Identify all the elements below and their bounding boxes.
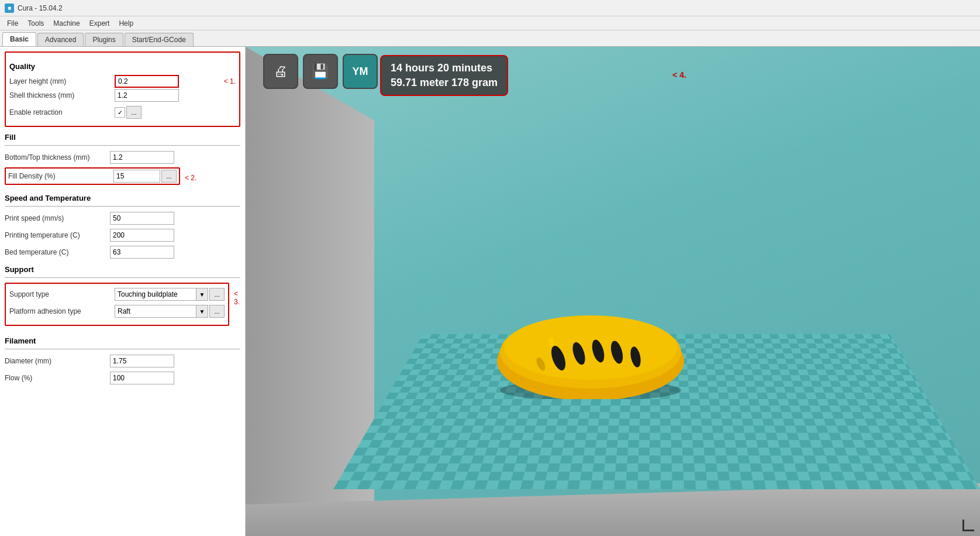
bread-svg	[488, 305, 693, 399]
platform-adhesion-dots-btn[interactable]: ...	[209, 305, 225, 318]
tab-startend[interactable]: Start/End-GCode	[125, 33, 194, 46]
speed-section: Speed and Temperature Print speed (mm/s)…	[5, 194, 240, 259]
quality-section-box: Quality Layer height (mm) < 1. Shell thi…	[5, 51, 240, 127]
shell-thickness-row: Shell thickness (mm)	[9, 88, 236, 102]
fill-density-input[interactable]	[113, 170, 160, 183]
platform-adhesion-arrow-icon: ▼	[196, 305, 208, 318]
bottom-top-row: Bottom/Top thickness (mm)	[5, 150, 240, 164]
bread-highlight	[504, 315, 677, 380]
tab-advanced[interactable]: Advanced	[37, 33, 84, 46]
right-panel: 🖨 💾 YM 14 hours 20 minutes 59.71 meter 1…	[246, 47, 980, 536]
platform-adhesion-row: Platform adhesion type Raft Brim None ▼ …	[9, 304, 225, 318]
support-type-select[interactable]: Touching buildplate Everywhere None	[115, 288, 196, 301]
support-type-label: Support type	[9, 290, 115, 298]
ym-btn[interactable]: YM	[343, 54, 378, 89]
platform-adhesion-select[interactable]: Raft Brim None	[115, 305, 196, 318]
menu-file[interactable]: File	[2, 18, 23, 29]
printing-temp-label: Printing temperature (C)	[5, 231, 110, 239]
menu-help[interactable]: Help	[114, 18, 138, 29]
toolbar: 🖨 💾 YM	[263, 54, 378, 89]
menu-bar: File Tools Machine Expert Help	[0, 16, 980, 30]
fill-header: Fill	[5, 133, 240, 142]
save-btn[interactable]: 💾	[303, 54, 338, 89]
title-bar: ■ Cura - 15.04.2	[0, 0, 980, 16]
support-section: Support Support type Touching buildplate…	[5, 265, 240, 331]
platform-adhesion-label: Platform adhesion type	[9, 307, 115, 315]
fill-density-outer: Fill Density (%) ... < 2.	[5, 167, 240, 188]
bottom-top-input[interactable]	[110, 151, 174, 164]
fill-density-dots-btn[interactable]: ...	[161, 170, 177, 183]
support-outer: Support type Touching buildplate Everywh…	[5, 283, 240, 331]
print-material: 59.71 meter 178 gram	[391, 75, 498, 90]
print-time: 14 hours 20 minutes	[391, 61, 498, 75]
flow-label: Flow (%)	[5, 374, 110, 382]
corner-marker	[962, 520, 974, 531]
platform-adhesion-select-wrapper: Raft Brim None ▼ ...	[115, 305, 225, 318]
print-btn[interactable]: 🖨	[263, 54, 298, 89]
printing-temp-input[interactable]	[110, 229, 174, 242]
retraction-dots-btn[interactable]: ...	[126, 106, 142, 119]
flow-input[interactable]	[110, 372, 174, 384]
layer-height-input[interactable]	[115, 75, 179, 88]
bed-temp-row: Bed temperature (C)	[5, 245, 240, 259]
diameter-row: Diameter (mm)	[5, 354, 240, 368]
print-icon: 🖨	[274, 63, 288, 80]
fill-density-box: Fill Density (%) ...	[5, 167, 180, 185]
layer-height-label: Layer height (mm)	[9, 77, 115, 85]
print-info-box: 14 hours 20 minutes 59.71 meter 178 gram	[380, 55, 508, 96]
retraction-checkbox[interactable]: ✓	[115, 107, 125, 118]
bump-2	[548, 337, 554, 346]
menu-tools[interactable]: Tools	[23, 18, 49, 29]
tab-bar: Basic Advanced Plugins Start/End-GCode	[0, 30, 980, 47]
annotation-1: < 1.	[224, 77, 236, 85]
fill-section: Fill Bottom/Top thickness (mm) Fill Dens…	[5, 133, 240, 188]
ym-icon: YM	[353, 66, 368, 78]
printing-temp-row: Printing temperature (C)	[5, 228, 240, 242]
enable-retraction-label: Enable retraction	[9, 108, 115, 116]
support-type-select-wrapper: Touching buildplate Everywhere None ▼ ..…	[115, 288, 225, 301]
bed-temp-label: Bed temperature (C)	[5, 248, 110, 256]
save-icon: 💾	[312, 63, 329, 80]
layer-height-row: Layer height (mm) < 1.	[9, 74, 236, 88]
annotation-2: < 2.	[185, 174, 196, 182]
fill-density-label: Fill Density (%)	[8, 172, 113, 180]
retraction-row: Enable retraction ✓ ...	[9, 105, 236, 119]
shell-thickness-input[interactable]	[115, 89, 179, 102]
tab-plugins[interactable]: Plugins	[85, 33, 123, 46]
bed-temp-input[interactable]	[110, 246, 174, 259]
diameter-label: Diameter (mm)	[5, 357, 110, 365]
shell-thickness-label: Shell thickness (mm)	[9, 91, 115, 99]
quality-header: Quality	[9, 62, 236, 71]
title-bar-text: Cura - 15.04.2	[18, 4, 63, 12]
support-type-arrow-icon: ▼	[196, 288, 208, 301]
annotation-3: < 3.	[234, 290, 240, 306]
support-type-row: Support type Touching buildplate Everywh…	[9, 287, 225, 301]
speed-header: Speed and Temperature	[5, 194, 240, 202]
flow-row: Flow (%)	[5, 371, 240, 385]
app-icon: ■	[5, 4, 14, 13]
left-panel: Quality Layer height (mm) < 1. Shell thi…	[0, 47, 246, 536]
main-layout: Quality Layer height (mm) < 1. Shell thi…	[0, 47, 980, 536]
filament-section: Filament Diameter (mm) Flow (%)	[5, 336, 240, 385]
support-header: Support	[5, 265, 240, 274]
print-speed-input[interactable]	[110, 212, 174, 225]
print-speed-label: Print speed (mm/s)	[5, 214, 110, 222]
tab-basic[interactable]: Basic	[2, 32, 36, 46]
annotation-4: < 4.	[672, 70, 686, 80]
bottom-top-label: Bottom/Top thickness (mm)	[5, 153, 110, 162]
support-box: Support type Touching buildplate Everywh…	[5, 283, 229, 326]
filament-header: Filament	[5, 336, 240, 345]
print-speed-row: Print speed (mm/s)	[5, 211, 240, 225]
diameter-input[interactable]	[110, 355, 174, 367]
support-type-dots-btn[interactable]: ...	[209, 288, 225, 301]
menu-expert[interactable]: Expert	[85, 18, 115, 29]
bread-model	[488, 305, 693, 399]
menu-machine[interactable]: Machine	[49, 18, 84, 29]
